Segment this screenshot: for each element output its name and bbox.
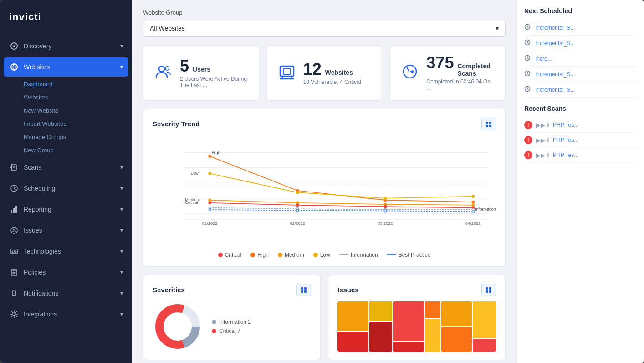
sidebar-sub-new-group[interactable]: New Group: [0, 144, 132, 157]
sidebar-item-issues-label: Issues: [24, 227, 42, 234]
legend-high-label: High: [257, 252, 269, 258]
sidebar-item-notifications[interactable]: Notifications ▾: [0, 283, 132, 304]
websites-sub: 10 Vulnerable, 4 Critical: [303, 79, 361, 85]
svg-point-14: [165, 67, 169, 70]
play-icon-3[interactable]: ▶▶: [536, 152, 545, 159]
play-icon[interactable]: ▶▶: [536, 122, 545, 129]
chevron-down-icon: ▾: [120, 64, 123, 70]
legend-critical: Critical: [218, 252, 242, 258]
sidebar-sub-import-websites[interactable]: Import Websites: [0, 117, 132, 130]
scheduled-item-2: Incremental_S...: [524, 36, 637, 51]
sidebar-sub-manage-groups-label: Manage Groups: [24, 134, 66, 140]
website-group-value: All Websites: [150, 25, 185, 32]
scheduled-item-2-text[interactable]: Incremental_S...: [535, 40, 575, 47]
recent-scan-3-text[interactable]: PHP Tes...: [553, 152, 578, 158]
stats-row: 5 Users 2 Users Were Active During The L…: [143, 45, 506, 101]
svg-rect-71: [489, 290, 491, 293]
issues-treemap: [337, 301, 496, 352]
svg-text:High: High: [212, 150, 220, 155]
website-group-select[interactable]: All Websites ▾: [143, 20, 506, 37]
legend-medium-label: Medium: [285, 252, 304, 258]
sidebar-sub-websites[interactable]: Websites: [0, 91, 132, 104]
severities-header: Severities: [153, 284, 311, 296]
play-icon-2[interactable]: ▶▶: [536, 137, 545, 144]
chevron-down-icon: ▾: [120, 185, 123, 192]
svg-point-44: [384, 205, 387, 208]
issues-header: Issues: [337, 284, 496, 296]
website-group-label: Website Group: [143, 9, 506, 16]
website-group-chevron: ▾: [496, 25, 499, 32]
scheduled-item-3: Incre...: [524, 51, 637, 67]
sidebar-item-policies[interactable]: Policies ▾: [0, 262, 132, 283]
svg-point-52: [209, 208, 211, 211]
severities-view-btn[interactable]: [296, 284, 311, 296]
svg-rect-69: [489, 287, 491, 290]
scans-sub: Completed In 00:46:04 On ...: [426, 78, 494, 91]
svg-point-1: [13, 45, 15, 47]
users-count: 5: [180, 58, 189, 74]
scheduled-item-3-text[interactable]: Incre...: [535, 56, 552, 62]
svg-text:Critical: Critical: [185, 200, 198, 205]
critical-label: Critical 7: [219, 328, 240, 334]
info-icon-3[interactable]: ℹ: [547, 152, 549, 159]
legend-critical-label: Critical: [225, 252, 242, 258]
sidebar-item-technologies[interactable]: Technologies ▾: [0, 241, 132, 262]
svg-point-32: [208, 172, 211, 175]
svg-rect-3: [12, 165, 16, 170]
users-stat-card: 5 Users 2 Users Were Active During The L…: [143, 45, 259, 101]
clock-icon-5: [524, 86, 531, 93]
sidebar-sub-dashboard[interactable]: Dashboard: [0, 78, 132, 91]
sidebar-item-scheduling[interactable]: Scheduling ▾: [0, 178, 132, 199]
scans-stat-icon: [401, 62, 419, 84]
sidebar-item-discovery[interactable]: Discovery ▾: [0, 36, 132, 57]
issues-panel: Issues: [328, 275, 506, 361]
svg-point-40: [471, 203, 475, 207]
severity-trend-header: Severity Trend: [153, 118, 496, 130]
sidebar-item-websites[interactable]: Websites ▾: [4, 57, 128, 77]
recent-scan-1-icons: ▶▶ ℹ: [536, 122, 549, 129]
info-label: Information 2: [219, 319, 251, 325]
svg-rect-16: [283, 69, 291, 74]
sidebar-item-integrations[interactable]: Integrations ▾: [0, 304, 132, 325]
sidebar-item-reporting[interactable]: Reporting ▾: [0, 199, 132, 220]
chevron-down-icon: ▾: [120, 206, 123, 213]
sidebar-sub-new-website[interactable]: New Website: [0, 104, 132, 117]
sidebar-sub-new-group-label: New Group: [24, 147, 54, 154]
websites-label: Websites: [325, 69, 353, 76]
svg-rect-63: [301, 290, 303, 293]
scans-count: 375: [426, 55, 454, 71]
info-icon-2[interactable]: ℹ: [547, 137, 549, 144]
severity-trend-view-btn[interactable]: [481, 118, 496, 130]
sidebar-sub-manage-groups[interactable]: Manage Groups: [0, 130, 132, 144]
info-icon[interactable]: ℹ: [547, 122, 549, 129]
sidebar-item-scans[interactable]: Scans ▾: [0, 157, 132, 178]
chart-legend: Critical High Medium Low: [153, 252, 496, 258]
recent-scan-3-badge: !: [524, 151, 532, 159]
recent-scan-1-text[interactable]: PHP Tes...: [553, 122, 578, 128]
websites-stat-card: 12 Websites 10 Vulnerable, 4 Critical: [266, 45, 383, 101]
scheduled-item-4: Incremental_S...: [524, 67, 637, 82]
legend-best-practice-label: Best Practice: [399, 252, 431, 258]
recent-scan-1: ! ▶▶ ℹ PHP Tes...: [524, 118, 637, 133]
severity-trend-title: Severity Trend: [153, 120, 199, 128]
scheduled-item-4-text[interactable]: Incremental_S...: [535, 71, 575, 78]
users-stat-icon: [154, 62, 173, 84]
sidebar-item-reporting-label: Reporting: [24, 206, 51, 213]
scheduled-item-1-text[interactable]: Incremental_S...: [535, 25, 575, 31]
sidebar-sub-dashboard-label: Dashboard: [24, 81, 53, 88]
scans-label: Completed Scans: [457, 62, 494, 77]
scheduled-item-5-text[interactable]: Incremental_S...: [535, 87, 575, 93]
legend-low: Low: [313, 252, 330, 258]
severity-trend-chart: High Low Medium: [153, 136, 496, 245]
main-content: Website Group All Websites ▾: [132, 0, 644, 363]
content-area: Website Group All Websites ▾: [132, 0, 516, 363]
severity-legend: Information 2 Critical 7: [212, 319, 251, 334]
svg-rect-70: [486, 290, 488, 293]
issues-view-btn[interactable]: [481, 284, 496, 296]
issues-title: Issues: [337, 286, 359, 294]
severity-trend-panel: Severity Trend: [143, 109, 506, 267]
recent-scan-3-icons: ▶▶ ℹ: [536, 152, 549, 159]
recent-scan-2-icons: ▶▶ ℹ: [536, 137, 549, 144]
recent-scan-2-text[interactable]: PHP Tes...: [553, 137, 578, 143]
sidebar-item-issues[interactable]: Issues ▾: [0, 220, 132, 241]
